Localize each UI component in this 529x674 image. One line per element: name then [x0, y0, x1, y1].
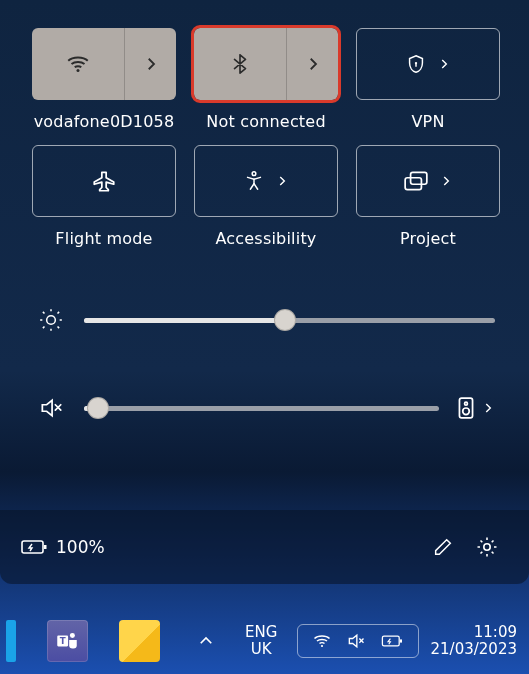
svg-rect-24: [44, 545, 47, 549]
svg-text:T: T: [60, 636, 66, 646]
taskbar-overflow-button[interactable]: [197, 632, 232, 650]
wifi-icon: [312, 631, 332, 651]
taskbar: T ENG UK 11:09 21/03/2023: [0, 608, 529, 674]
svg-point-9: [47, 316, 56, 325]
chevron-right-icon: [142, 55, 160, 73]
svg-point-1: [415, 62, 417, 64]
speaker-device-icon: [457, 396, 475, 420]
bluetooth-tile[interactable]: [194, 28, 338, 100]
svg-rect-32: [382, 636, 399, 646]
svg-rect-33: [400, 639, 402, 642]
brightness-thumb[interactable]: [274, 309, 296, 331]
audio-output-button[interactable]: [457, 386, 475, 430]
chevron-right-icon: [437, 57, 451, 71]
taskbar-app-teams[interactable]: T: [47, 620, 88, 662]
wifi-label: vodafone0D1058: [34, 112, 175, 131]
vpn-tile[interactable]: [356, 28, 500, 100]
brightness-icon: [38, 307, 64, 333]
svg-point-21: [465, 402, 468, 405]
svg-rect-23: [22, 541, 43, 553]
accessibility-icon: [243, 169, 265, 193]
brightness-slider[interactable]: [84, 318, 495, 323]
speaker-muted-icon: [346, 631, 366, 651]
project-label: Project: [400, 229, 456, 248]
svg-point-25: [484, 544, 490, 550]
bluetooth-icon: [229, 51, 251, 77]
lang-top: ENG: [238, 624, 285, 641]
edit-quick-settings-button[interactable]: [421, 525, 465, 569]
airplane-icon: [91, 168, 117, 194]
svg-point-28: [70, 633, 75, 638]
bluetooth-toggle[interactable]: [194, 28, 286, 100]
battery-icon: [380, 633, 404, 649]
svg-line-6: [254, 184, 258, 190]
taskbar-language[interactable]: ENG UK: [238, 624, 285, 659]
battery-text: 100%: [56, 537, 105, 557]
chevron-up-icon: [197, 632, 215, 650]
flight-mode-tile[interactable]: [32, 145, 176, 217]
svg-line-17: [58, 312, 60, 314]
svg-point-29: [320, 645, 322, 647]
volume-thumb[interactable]: [87, 397, 109, 419]
chevron-right-icon: [481, 401, 495, 415]
chevron-right-icon: [304, 55, 322, 73]
gear-icon: [475, 535, 499, 559]
svg-line-15: [58, 327, 60, 329]
taskbar-app-edge[interactable]: [6, 620, 16, 662]
project-tile[interactable]: [356, 145, 500, 217]
accessibility-label: Accessibility: [215, 229, 316, 248]
taskbar-system-tray[interactable]: [297, 624, 419, 658]
battery-icon: [20, 537, 48, 557]
svg-point-0: [76, 69, 79, 72]
teams-icon: T: [54, 628, 80, 654]
svg-line-5: [250, 184, 254, 190]
clock-time: 11:09: [431, 624, 517, 641]
settings-button[interactable]: [465, 525, 509, 569]
pencil-icon: [432, 536, 454, 558]
lang-bottom: UK: [238, 641, 285, 658]
flight-mode-label: Flight mode: [55, 229, 152, 248]
volume-slider[interactable]: [84, 406, 439, 411]
clock-date: 21/03/2023: [431, 641, 517, 658]
bluetooth-expand[interactable]: [286, 28, 338, 100]
wifi-expand[interactable]: [124, 28, 176, 100]
svg-point-3: [252, 172, 256, 176]
wifi-tile[interactable]: [32, 28, 176, 100]
vpn-label: VPN: [411, 112, 444, 131]
bluetooth-label: Not connected: [206, 112, 326, 131]
vpn-toggle[interactable]: [357, 29, 499, 99]
chevron-right-icon: [439, 174, 453, 188]
chevron-right-icon: [275, 174, 289, 188]
taskbar-clock[interactable]: 11:09 21/03/2023: [431, 624, 523, 659]
accessibility-tile[interactable]: [194, 145, 338, 217]
project-icon: [403, 170, 429, 192]
battery-status[interactable]: 100%: [20, 537, 105, 557]
svg-point-22: [463, 408, 470, 415]
wifi-toggle[interactable]: [32, 28, 124, 100]
speaker-muted-icon: [38, 395, 64, 421]
svg-line-16: [43, 327, 45, 329]
wifi-icon: [65, 51, 91, 77]
svg-line-14: [43, 312, 45, 314]
shield-icon: [405, 52, 427, 76]
taskbar-app-sticky-notes[interactable]: [119, 620, 160, 662]
